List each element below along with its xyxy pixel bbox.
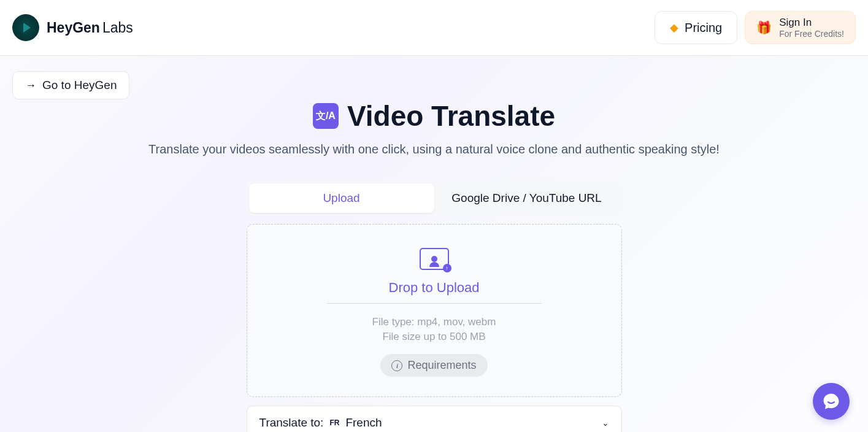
logo-section[interactable]: HeyGenLabs bbox=[12, 14, 133, 41]
language-select[interactable]: Translate to: FR French ⌄ bbox=[247, 406, 622, 432]
gift-icon: 🎁 bbox=[756, 20, 772, 35]
header-actions: ◆ Pricing 🎁 Sign In For Free Credits! bbox=[655, 11, 856, 44]
signin-button[interactable]: 🎁 Sign In For Free Credits! bbox=[745, 11, 856, 44]
go-to-label: Go to HeyGen bbox=[42, 79, 117, 92]
go-to-heygen-button[interactable]: → Go to HeyGen bbox=[12, 71, 129, 99]
title-row: 文/A Video Translate bbox=[121, 99, 747, 133]
logo-icon bbox=[12, 14, 39, 41]
tab-upload[interactable]: Upload bbox=[249, 183, 434, 213]
tab-url[interactable]: Google Drive / YouTube URL bbox=[434, 183, 620, 213]
tabs-container: Upload Google Drive / YouTube URL bbox=[247, 181, 622, 215]
file-type-info: File type: mp4, mov, webm bbox=[372, 316, 496, 328]
pricing-label: Pricing bbox=[685, 21, 722, 35]
language-name: French bbox=[345, 416, 382, 430]
brand-suffix: Labs bbox=[102, 20, 133, 36]
requirements-button[interactable]: i Requirements bbox=[380, 354, 487, 377]
divider bbox=[327, 303, 542, 304]
drop-title: Drop to Upload bbox=[389, 280, 480, 296]
info-icon: i bbox=[391, 360, 402, 371]
upload-icon: ↑ bbox=[420, 248, 449, 270]
file-size-info: File size up to 500 MB bbox=[382, 331, 485, 343]
chevron-down-icon: ⌄ bbox=[602, 418, 609, 428]
brand-name: HeyGen bbox=[47, 20, 100, 36]
arrow-right-icon: → bbox=[25, 79, 36, 92]
brand-text: HeyGenLabs bbox=[47, 20, 133, 36]
translate-to-prefix: Translate to: bbox=[259, 416, 324, 430]
upload-dropzone[interactable]: ↑ Drop to Upload File type: mp4, mov, we… bbox=[247, 224, 622, 397]
chat-icon bbox=[822, 392, 840, 411]
chat-support-button[interactable] bbox=[813, 383, 850, 420]
signin-subtitle: For Free Credits! bbox=[779, 29, 844, 39]
diamond-icon: ◆ bbox=[670, 21, 678, 34]
pricing-button[interactable]: ◆ Pricing bbox=[655, 11, 737, 44]
language-code: FR bbox=[327, 418, 342, 428]
content-center: 文/A Video Translate Translate your video… bbox=[121, 99, 747, 432]
header: HeyGenLabs ◆ Pricing 🎁 Sign In For Free … bbox=[0, 0, 868, 56]
signin-title: Sign In bbox=[779, 17, 812, 29]
requirements-label: Requirements bbox=[407, 359, 476, 372]
translate-icon: 文/A bbox=[313, 103, 339, 129]
page-title: Video Translate bbox=[347, 99, 555, 133]
main-area: → Go to HeyGen 文/A Video Translate Trans… bbox=[0, 56, 868, 432]
page-subtitle: Translate your videos seamlessly with on… bbox=[121, 142, 747, 156]
